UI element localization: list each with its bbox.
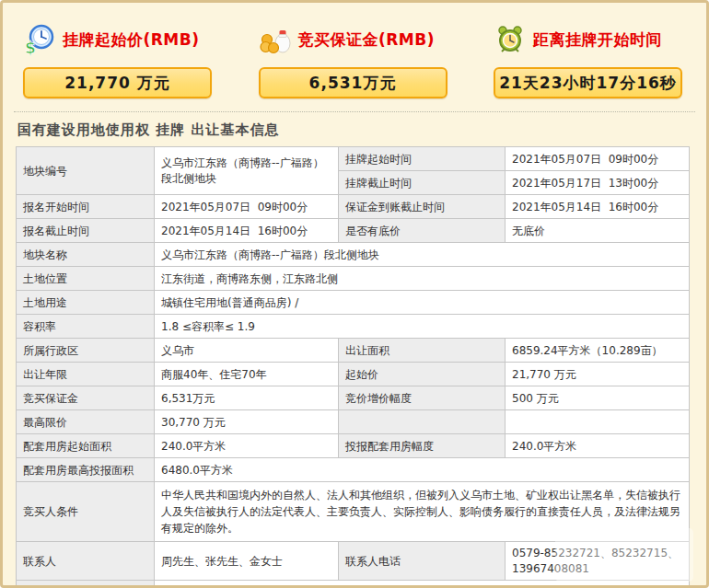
table-row: 竞买保证金 6,531万元 竞价增价幅度 500 万元 [17,386,690,410]
table-row: 所属行政区 义乌市 出让面积 6859.24平方米（10.289亩） [17,339,690,363]
table-value-cell: 21,770 万元 [506,363,690,386]
svg-text:$: $ [25,39,36,56]
table-label-cell: 竞价增价幅度 [339,386,506,410]
table-label-cell: 保证金到账截止时间 [339,195,506,219]
table-value-cell: 2021年05月14日 16时00分 [506,195,690,219]
table-row: 容积率 1.8 ≤容积率≤ 1.9 [17,315,690,339]
table-label-cell: 竞买保证金 [17,386,155,410]
listing-start-price-block: $ 挂牌起始价(RMB) 21,770 万元 [23,17,212,98]
table-label-cell: 挂牌截止时间 [339,171,506,195]
summary-strip: $ 挂牌起始价(RMB) 21,770 万元 [3,3,706,98]
table-label-cell: 报名开始时间 [17,195,155,219]
table-value-cell: 2021年05月07日 09时00分 [155,195,339,219]
table-label-cell: 地块编号 [17,147,155,195]
table-label-cell: 起始价 [339,363,506,386]
table-row: 最高限价 30,770 万元 [17,410,690,434]
table-label-cell: 挂牌起始时间 [339,147,506,171]
table-label-cell: 联系人 [17,542,155,581]
table-label-cell: 竞买人条件 [17,482,155,542]
table-value-cell: 30,770 万元 [155,410,339,434]
table-value-cell: 周先生、张先生、金女士 [155,542,339,581]
table-value-cell: 无底价 [506,219,690,243]
table-row: 联系人地址 义乌市望道路300号 [17,581,690,588]
table-value-cell: 6480.0平方米 [155,458,690,482]
countdown-label: 距离挂牌开始时间 [533,29,662,51]
table-label-cell: 配套用房起始面积 [17,434,155,458]
table-label-cell: 出让面积 [339,339,506,363]
table-value-cell: 6,531万元 [155,386,339,410]
table-value-cell: 2021年05月14日 16时00分 [155,219,339,243]
table-row: 出让年限 商服40年、住宅70年 起始价 21,770 万元 [17,363,690,386]
price-clock-icon: $ [23,23,56,56]
bid-deposit-block: 竞买保证金(RMB) 6,531万元 [259,17,447,98]
table-value-cell: 义乌市江东路（商博路--广福路）段北侧地块 [155,147,339,195]
table-label-cell: 报名截止时间 [17,219,155,243]
table-row: 联系人 周先生、张先生、金女士 联系人电话 0579-85232721、8523… [17,542,690,581]
table-value-cell: 240.0平方米 [506,434,690,458]
table-value-cell: 240.0平方米 [155,434,339,458]
bid-deposit-label: 竞买保证金(RMB) [298,29,436,51]
table-label-cell: 土地位置 [17,267,155,291]
countdown-box: 21天23小时17分16秒 [494,67,682,98]
table-value-cell: 中华人民共和国境内外的自然人、法人和其他组织，但被列入义乌市土地、矿业权出让黑名… [155,482,690,542]
land-listing-page: $ 挂牌起始价(RMB) 21,770 万元 [0,0,709,588]
deposit-coins-icon [259,23,292,56]
table-label-cell: 容积率 [17,315,155,339]
countdown-alarm-icon [494,23,527,56]
table-value-cell: 1.8 ≤容积率≤ 1.9 [155,315,690,339]
table-value-cell: 商服40年、住宅70年 [155,363,339,386]
table-value-cell: 义乌市江东路（商博路--广福路）段北侧地块 [155,243,690,267]
table-label-cell: 投报配套用房幅度 [339,434,506,458]
bid-deposit-box: 6,531万元 [259,67,447,98]
table-row: 配套用房起始面积 240.0平方米 投报配套用房幅度 240.0平方米 [17,434,690,458]
table-value-cell: 2021年05月17日 13时00分 [506,171,690,195]
table-row: 配套用房最高投报面积 6480.0平方米 [17,458,690,482]
countdown-block: 距离挂牌开始时间 21天23小时17分16秒 [494,17,682,98]
table-value-cell: 义乌市望道路300号 [155,581,690,588]
table-label-cell: 出让年限 [17,363,155,386]
table-label-cell: 土地用途 [17,291,155,315]
table-label-cell: 配套用房最高投报面积 [17,458,155,482]
table-label-cell: 是否有底价 [339,219,506,243]
section-title: 国有建设用地使用权 挂牌 出让基本信息 [17,121,706,139]
table-value-cell: 6859.24平方米（10.289亩） [506,339,690,363]
listing-start-price-label: 挂牌起始价(RMB) [63,29,200,51]
table-row: 报名开始时间 2021年05月07日 09时00分 保证金到账截止时间 2021… [17,195,690,219]
table-value-cell: 500 万元 [506,386,690,410]
table-row: 土地位置 江东街道，商博路东侧，江东路北侧 [17,267,690,291]
table-label-cell: 地块名称 [17,243,155,267]
table-label-cell [339,410,506,434]
table-value-cell: 0579-85232721、85232715、13967408081 [506,542,690,581]
dotted-divider [14,111,695,112]
table-row: 土地用途 城镇住宅用地(普通商品房) / [17,291,690,315]
table-row: 地块名称 义乌市江东路（商博路--广福路）段北侧地块 [17,243,690,267]
table-value-cell: 城镇住宅用地(普通商品房) / [155,291,690,315]
table-label-cell: 最高限价 [17,410,155,434]
table-row: 地块编号 义乌市江东路（商博路--广福路）段北侧地块 挂牌起始时间 2021年0… [17,147,690,171]
table-value-cell: 2021年05月07日 09时00分 [506,147,690,171]
table-row: 报名截止时间 2021年05月14日 16时00分 是否有底价 无底价 [17,219,690,243]
table-value-cell [506,410,690,434]
table-label-cell: 联系人地址 [17,581,155,588]
table-value-cell: 江东街道，商博路东侧，江东路北侧 [155,267,690,291]
table-label-cell: 联系人电话 [339,542,506,581]
table-value-cell: 义乌市 [155,339,339,363]
table-row: 竞买人条件 中华人民共和国境内外的自然人、法人和其他组织，但被列入义乌市土地、矿… [17,482,690,542]
table-label-cell: 所属行政区 [17,339,155,363]
listing-info-table: 地块编号 义乌市江东路（商博路--广福路）段北侧地块 挂牌起始时间 2021年0… [16,146,690,588]
listing-start-price-box: 21,770 万元 [23,67,212,98]
